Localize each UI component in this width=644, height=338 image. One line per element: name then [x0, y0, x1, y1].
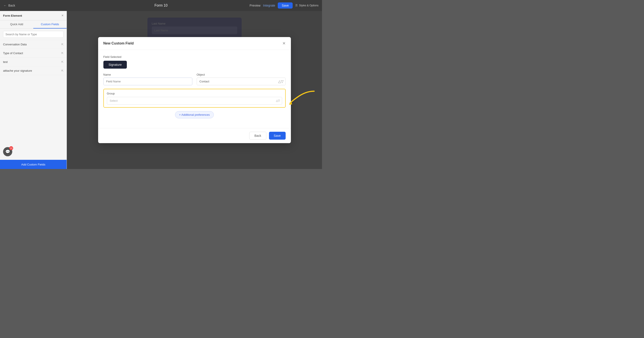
- chat-badge[interactable]: 💬 14: [3, 147, 12, 156]
- filter-icon: ☴: [295, 4, 298, 7]
- expand-icon-signature: ⇱: [61, 69, 64, 72]
- modal-header: New Custom Field ✕: [98, 37, 291, 50]
- expand-icon-conversation: ⇱: [61, 43, 64, 46]
- tab-quick-add-label: Quick Add: [10, 23, 23, 26]
- preview-button[interactable]: Preview: [250, 4, 260, 7]
- integrate-button[interactable]: Integrate: [263, 4, 275, 7]
- group-section: Group Select △▽: [104, 89, 286, 108]
- section-signature[interactable]: atttache your signature ⇱: [0, 66, 66, 75]
- top-bar-actions: Preview Integrate Save ☴ Styles & Option…: [250, 3, 318, 9]
- modal-name-group: Name: [104, 73, 192, 85]
- modal-save-button[interactable]: Save: [269, 132, 286, 140]
- name-label: Name: [104, 73, 192, 76]
- back-button[interactable]: ← Back: [4, 4, 15, 7]
- search-input[interactable]: [3, 31, 64, 38]
- styles-options-label: Styles & Options: [299, 4, 318, 7]
- new-custom-field-modal: New Custom Field ✕ Field Selected Signat…: [98, 37, 291, 143]
- section-conversation-data[interactable]: Conversation Data ⇱: [0, 40, 66, 49]
- back-label: Back: [8, 4, 15, 7]
- group-select-wrapper: Select △▽: [107, 97, 282, 105]
- add-custom-fields-button[interactable]: Add Custom Fields: [21, 163, 45, 166]
- name-input[interactable]: [104, 78, 192, 85]
- section-conversation-data-label: Conversation Data: [3, 43, 27, 46]
- section-signature-label: atttache your signature: [3, 69, 32, 72]
- save-top-button[interactable]: Save: [278, 3, 293, 9]
- group-section-inner: Group Select △▽: [104, 89, 286, 108]
- section-test-label: test: [3, 60, 8, 64]
- sidebar: Form Element × Quick Add Custom Fields C…: [0, 11, 67, 169]
- arrow-annotation: [288, 89, 316, 107]
- sidebar-header: Form Element ×: [0, 11, 66, 20]
- object-select[interactable]: Contact: [197, 78, 286, 85]
- section-test[interactable]: test ⇱: [0, 58, 66, 66]
- chat-badge-count: 14: [9, 146, 13, 150]
- modal-close-button[interactable]: ✕: [282, 41, 286, 46]
- modal-object-group: Object Contact △▽: [197, 73, 286, 85]
- section-type-of-contact[interactable]: Type of Contact ⇱: [0, 49, 66, 58]
- group-select[interactable]: Select: [107, 97, 282, 105]
- additional-prefs-area: + Additional preferences: [104, 111, 286, 118]
- tab-custom-fields-label: Custom Fields: [41, 23, 59, 26]
- sidebar-title: Form Element: [3, 14, 22, 17]
- field-selected-label: Field Selected: [104, 55, 286, 59]
- modal-footer: Back Save: [98, 128, 291, 143]
- sidebar-close-icon[interactable]: ×: [62, 14, 64, 18]
- svg-marker-0: [289, 102, 292, 105]
- expand-icon-test: ⇱: [61, 61, 64, 64]
- sidebar-search-area: [0, 29, 66, 40]
- additional-prefs-button[interactable]: + Additional preferences: [175, 111, 214, 118]
- modal-overlay: New Custom Field ✕ Field Selected Signat…: [67, 11, 322, 169]
- group-label: Group: [107, 92, 282, 95]
- sidebar-footer[interactable]: Add Custom Fields: [0, 160, 66, 169]
- signature-field-button[interactable]: Signature: [104, 61, 127, 69]
- back-arrow-icon: ←: [4, 4, 6, 7]
- modal-body: Field Selected Signature Name Object Con…: [98, 50, 291, 128]
- sidebar-tabs: Quick Add Custom Fields: [0, 20, 66, 29]
- chat-icon: 💬: [5, 149, 10, 154]
- page-title: Form 10: [154, 4, 168, 8]
- modal-back-button[interactable]: Back: [249, 132, 266, 140]
- expand-icon-contact: ⇱: [61, 52, 64, 55]
- top-bar: ← Back Form 10 Preview Integrate Save ☴ …: [0, 0, 322, 11]
- tab-quick-add[interactable]: Quick Add: [0, 20, 33, 29]
- tab-custom-fields[interactable]: Custom Fields: [33, 20, 66, 29]
- modal-name-object-row: Name Object Contact △▽: [104, 73, 286, 85]
- section-type-of-contact-label: Type of Contact: [3, 52, 23, 55]
- modal-title: New Custom Field: [104, 42, 134, 45]
- styles-options-button[interactable]: ☴ Styles & Options: [295, 4, 318, 7]
- object-label: Object: [197, 73, 286, 76]
